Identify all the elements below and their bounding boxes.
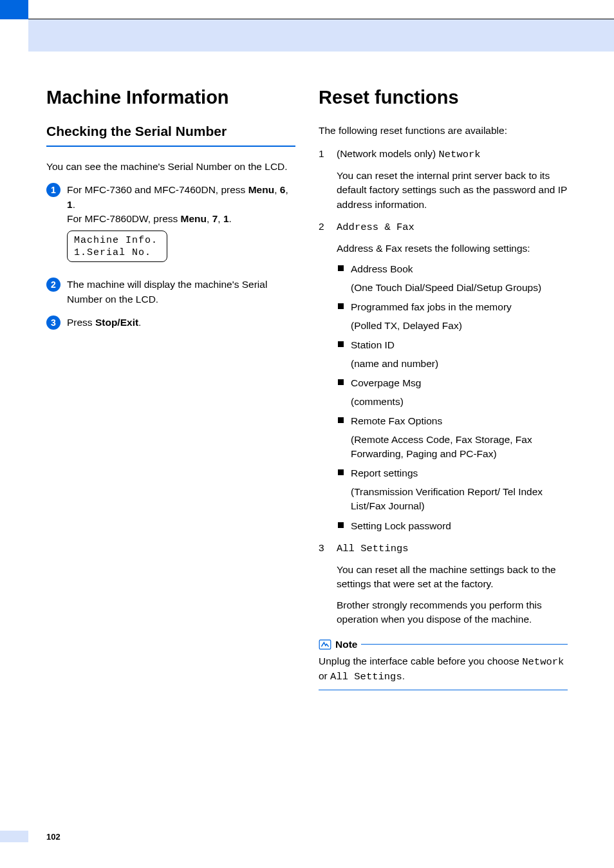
heading-rule [46, 146, 295, 147]
reset-item-all-lead: All Settings [337, 541, 568, 556]
step-badge-1: 1 [46, 183, 60, 197]
content: Machine Information Checking the Serial … [46, 87, 568, 690]
lcd-display: Machine Info. 1.Serial No. [67, 231, 167, 263]
step-1: 1 For MFC-7360 and MFC-7460DN, press Men… [46, 183, 295, 269]
side-tab [0, 0, 28, 19]
header-band [28, 19, 614, 52]
reset-item-address-fax: Address & Fax Address & Fax resets the f… [319, 220, 568, 533]
addressfax-bullets: Address Book (One Touch Dial/Speed Dial/… [337, 262, 568, 533]
note-body: Unplug the interface cable before you ch… [319, 654, 568, 690]
step-3: 3 Press Stop/Exit. [46, 316, 295, 330]
reset-intro: The following reset functions are availa… [319, 124, 568, 138]
menu-bold: Menu [248, 184, 274, 195]
bullet-address-book: Address Book (One Touch Dial/Speed Dial/… [351, 262, 568, 295]
bullet-programmed-fax: Programmed fax jobs in the memory (Polle… [351, 300, 568, 333]
footer: 102 [0, 831, 60, 842]
note-icon [319, 639, 331, 650]
bullet-setting-lock-password: Setting Lock password [351, 519, 568, 533]
step-3-body: Press Stop/Exit. [67, 316, 295, 330]
page: Machine Information Checking the Serial … [0, 0, 614, 868]
reset-list: (Network models only) Network You can re… [319, 147, 568, 627]
reset-item-all-desc2: Brother strongly recommends you perform … [337, 598, 568, 627]
note-label: Note [335, 639, 357, 650]
step-badge-3: 3 [46, 316, 60, 330]
intro-serial: You can see the machine's Serial Number … [46, 160, 295, 174]
reset-item-addressfax-desc: Address & Fax resets the following setti… [337, 241, 568, 256]
page-number: 102 [28, 832, 60, 842]
step-2-body: The machine will display the machine's S… [67, 278, 295, 307]
reset-item-network-lead: (Network models only) Network [337, 147, 568, 162]
note-box: Note Unplug the interface cable before y… [319, 639, 568, 690]
note-head-rule [361, 644, 568, 645]
bullet-report-settings: Report settings (Transmission Verificati… [351, 466, 568, 513]
step-1-body: For MFC-7360 and MFC-7460DN, press Menu,… [67, 183, 295, 269]
step-badge-2: 2 [46, 278, 60, 292]
bullet-remote-fax-options: Remote Fax Options (Remote Access Code, … [351, 414, 568, 461]
heading-checking-serial-number: Checking the Serial Number [46, 124, 295, 139]
note-end-rule [319, 690, 568, 691]
right-column: Reset functions The following reset func… [319, 87, 568, 690]
bullet-coverpage: Coverpage Msg (comments) [351, 376, 568, 409]
bullet-station-id: Station ID (name and number) [351, 338, 568, 371]
reset-item-network: (Network models only) Network You can re… [319, 147, 568, 212]
step1-text-b: For MFC-7860DW, press [67, 213, 181, 224]
stop-exit-bold: Stop/Exit [95, 317, 138, 328]
footer-bar [0, 831, 28, 842]
reset-item-network-desc: You can reset the internal print server … [337, 169, 568, 212]
reset-item-all-desc1: You can reset all the machine settings b… [337, 563, 568, 592]
heading-machine-information: Machine Information [46, 87, 295, 108]
step-2: 2 The machine will display the machine's… [46, 278, 295, 307]
left-column: Machine Information Checking the Serial … [46, 87, 295, 690]
reset-item-all-settings: All Settings You can reset all the machi… [319, 541, 568, 627]
heading-reset-functions: Reset functions [319, 87, 568, 108]
step1-text-a: For MFC-7360 and MFC-7460DN, press [67, 184, 248, 195]
reset-item-addressfax-lead: Address & Fax [337, 220, 568, 234]
note-head: Note [319, 639, 568, 650]
